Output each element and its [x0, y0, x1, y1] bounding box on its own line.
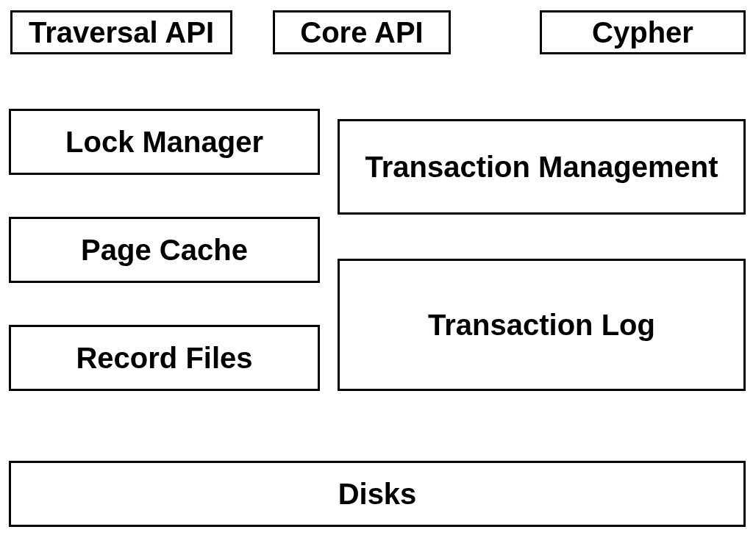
label-lock-manager: Lock Manager [65, 126, 263, 159]
block-core-api: Core API [273, 10, 451, 54]
label-transaction-log: Transaction Log [428, 309, 655, 342]
block-cypher: Cypher [540, 10, 746, 54]
label-disks: Disks [338, 478, 417, 511]
label-traversal-api: Traversal API [29, 18, 214, 47]
label-record-files: Record Files [76, 342, 252, 375]
block-page-cache: Page Cache [9, 217, 320, 283]
block-lock-manager: Lock Manager [9, 109, 320, 175]
label-cypher: Cypher [592, 18, 693, 47]
label-transaction-management: Transaction Management [365, 151, 718, 184]
block-traversal-api: Traversal API [10, 10, 232, 54]
label-core-api: Core API [300, 18, 423, 47]
block-disks: Disks [9, 461, 746, 527]
block-transaction-log: Transaction Log [338, 259, 746, 391]
block-transaction-management: Transaction Management [338, 119, 746, 215]
label-page-cache: Page Cache [81, 234, 248, 267]
block-record-files: Record Files [9, 325, 320, 391]
